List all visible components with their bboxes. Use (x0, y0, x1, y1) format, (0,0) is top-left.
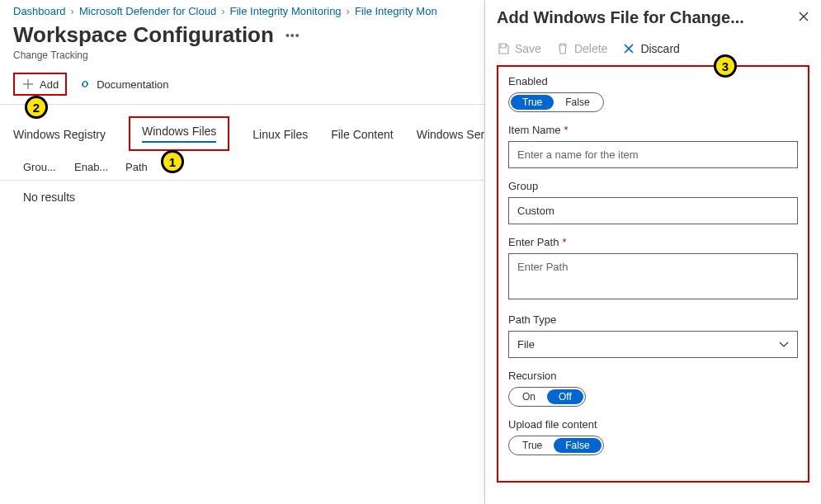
panel-title: Add Windows File for Change... (497, 8, 744, 27)
recursion-toggle[interactable]: On Off (508, 387, 586, 407)
save-button[interactable]: Save (497, 42, 541, 55)
recursion-on-option[interactable]: On (511, 389, 547, 404)
breadcrumb-item[interactable]: File Integrity Mon (355, 5, 437, 17)
path-type-label: Path Type (508, 313, 798, 326)
recursion-off-option[interactable]: Off (547, 389, 583, 404)
enabled-false-option[interactable]: False (554, 95, 601, 110)
tab-windows-registry[interactable]: Windows Registry (13, 128, 106, 149)
required-indicator: * (562, 236, 566, 248)
tab-file-content[interactable]: File Content (331, 128, 393, 149)
enabled-label: Enabled (508, 75, 798, 87)
tab-linux-files[interactable]: Linux Files (252, 128, 308, 149)
discard-button[interactable]: Discard (622, 42, 679, 55)
upload-false-option[interactable]: False (554, 438, 601, 453)
breadcrumb-item[interactable]: Dashboard (13, 5, 66, 17)
plus-icon (21, 78, 35, 91)
breadcrumb-item[interactable]: File Integrity Monitoring (229, 5, 341, 17)
enabled-toggle[interactable]: True False (508, 92, 604, 112)
item-name-input[interactable] (508, 141, 798, 168)
documentation-link[interactable]: Documentation (78, 78, 168, 91)
panel-toolbar: Save Delete Discard (497, 42, 809, 65)
chevron-right-icon: › (71, 5, 74, 17)
page-title: Workspace Configuration (13, 22, 274, 48)
link-icon (78, 78, 92, 91)
discard-label: Discard (640, 42, 679, 55)
trash-icon (556, 42, 569, 55)
col-enabled[interactable]: Enab... (74, 161, 114, 173)
add-button[interactable]: Add (13, 73, 67, 96)
add-label: Add (40, 78, 59, 91)
upload-content-label: Upload file content (508, 418, 798, 431)
callout-3: 3 (714, 54, 737, 78)
recursion-label: Recursion (508, 370, 798, 382)
delete-label: Delete (574, 42, 607, 55)
enter-path-input[interactable] (508, 253, 798, 299)
discard-icon (622, 42, 635, 55)
chevron-right-icon: › (347, 5, 350, 17)
col-group[interactable]: Grou... (23, 161, 63, 173)
more-options-button[interactable]: ••• (285, 29, 300, 42)
save-icon (497, 42, 510, 55)
breadcrumb-item[interactable]: Microsoft Defender for Cloud (79, 5, 216, 17)
close-icon (798, 11, 809, 22)
delete-button[interactable]: Delete (556, 42, 607, 55)
enter-path-label: Enter Path (508, 236, 559, 248)
documentation-label: Documentation (97, 78, 168, 91)
upload-content-toggle[interactable]: True False (508, 436, 604, 455)
side-panel: Add Windows File for Change... Save Dele… (484, 0, 821, 504)
enabled-true-option[interactable]: True (511, 95, 554, 110)
panel-form: Enabled True False Item Name* Group Ente… (497, 65, 809, 483)
tab-windows-files[interactable]: Windows Files (142, 125, 216, 143)
required-indicator: * (564, 124, 569, 136)
upload-true-option[interactable]: True (511, 438, 554, 453)
callout-1: 1 (161, 150, 184, 173)
group-input[interactable] (508, 197, 798, 224)
callout-2: 2 (25, 96, 48, 119)
save-label: Save (515, 42, 541, 55)
path-type-select[interactable]: File (508, 331, 798, 358)
group-label: Group (508, 180, 798, 192)
close-button[interactable] (798, 11, 809, 26)
item-name-label: Item Name (508, 124, 561, 136)
chevron-right-icon: › (221, 5, 224, 17)
